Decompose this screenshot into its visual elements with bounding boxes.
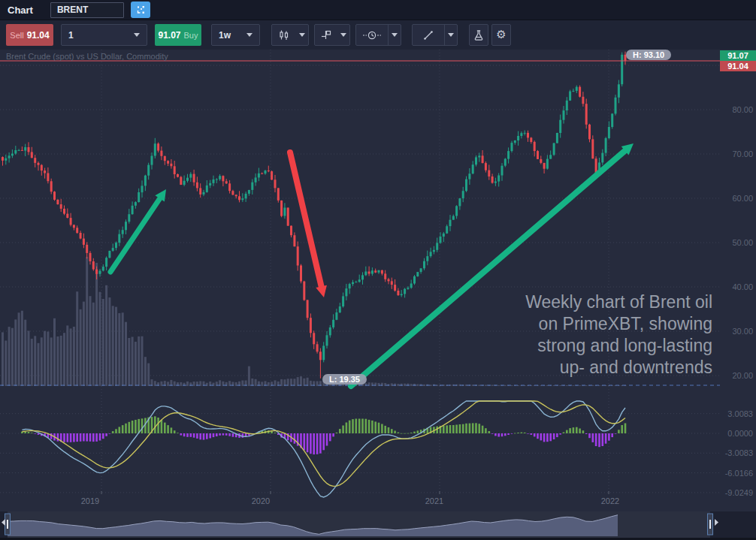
chevron-down-icon — [134, 33, 140, 37]
chevron-down-icon — [299, 33, 305, 37]
price-chart-canvas[interactable]: 2019202020212022 — [0, 50, 756, 511]
sell-price: 91.04 — [27, 30, 50, 41]
clock-icon — [356, 25, 388, 45]
macd-axis-tick-label: -3.0083 — [720, 448, 753, 457]
bid-price-badge: 91.04 — [720, 61, 756, 71]
navigator-canvas[interactable] — [0, 511, 756, 538]
macd-axis-tick-label: -6.0166 — [720, 469, 753, 478]
y-axis-tick-label: 40.00 — [720, 282, 753, 291]
chevron-down-icon — [340, 33, 346, 37]
high-price-badge: H: 93.10 — [626, 50, 671, 60]
y-axis-tick-label: 30.00 — [720, 327, 753, 336]
trading-terminal: Chart Sell 91.04 1 91.07 B — [0, 0, 756, 540]
chart-navigator — [0, 511, 756, 540]
y-axis-tick-label: 20.00 — [720, 371, 753, 380]
window-header: Chart — [0, 0, 756, 20]
trendline-icon — [413, 25, 444, 45]
chevron-down-icon — [392, 33, 398, 37]
page-title: Chart — [8, 5, 33, 16]
compare-button[interactable] — [131, 2, 150, 18]
y-axis-tick-label: 60.00 — [720, 194, 753, 203]
x-axis-label: 2019 — [81, 496, 99, 505]
macd-axis-tick-label: -9.0249 — [720, 488, 753, 497]
x-axis: 2019202020212022 — [81, 491, 619, 505]
sell-button[interactable]: Sell 91.04 — [6, 24, 53, 46]
toolbar: Sell 91.04 1 91.07 Buy 1w — [0, 20, 756, 50]
y-axis-tick-label: 50.00 — [720, 238, 753, 247]
symbol-input[interactable] — [50, 2, 124, 18]
chart-pane: 2019202020212022 Brent Crude (spot) vs U… — [0, 50, 756, 511]
chevron-down-icon — [448, 33, 454, 37]
annotation-line: strong and long-lasting — [525, 335, 712, 357]
drawing-tool-dropdown[interactable] — [412, 24, 458, 46]
indicators-button[interactable] — [469, 24, 488, 46]
buy-button[interactable]: 91.07 Buy — [155, 24, 201, 46]
macd-axis-tick-label: 0.0000 — [720, 429, 753, 438]
buy-label: Buy — [184, 31, 198, 40]
chart-title: Brent Crude (spot) vs US Dollar, Commodi… — [6, 52, 168, 61]
candlestick-icon — [272, 25, 295, 45]
macd-axis-tick-label: 3.0083 — [720, 409, 753, 418]
time-tool-dropdown[interactable] — [355, 24, 401, 46]
order-tag-dropdown[interactable] — [314, 24, 350, 46]
tag-icon — [315, 25, 337, 45]
timeframe-dropdown[interactable]: 1w — [211, 24, 260, 46]
settings-button[interactable]: ⚙ — [491, 24, 511, 46]
annotation-line: on PrimeXBT, showing — [525, 313, 712, 335]
quantity-dropdown[interactable]: 1 — [61, 24, 147, 46]
low-price-badge: L: 19.35 — [322, 374, 367, 385]
chevron-down-icon — [246, 33, 253, 37]
flask-icon — [473, 29, 485, 41]
sell-label: Sell — [10, 31, 23, 40]
annotation-line: up- and downtrends — [525, 357, 712, 379]
quantity-value: 1 — [68, 30, 74, 41]
y-axis-tick-label: 80.00 — [720, 105, 753, 114]
x-axis-label: 2021 — [425, 496, 443, 505]
gear-icon: ⚙ — [496, 29, 506, 41]
compare-icon — [135, 5, 146, 15]
macd-indicator — [21, 401, 626, 497]
ask-price-badge: 91.07 — [720, 50, 756, 61]
chart-annotation: Weekly chart of Brent oil on PrimeXBT, s… — [525, 291, 712, 379]
chart-type-dropdown[interactable] — [271, 24, 309, 46]
price-axis[interactable]: 91.07 91.04 80.0070.0060.0050.0040.0030.… — [720, 50, 756, 511]
buy-price: 91.07 — [159, 30, 181, 41]
timeframe-value: 1w — [219, 30, 231, 41]
y-axis-tick-label: 70.00 — [720, 149, 753, 158]
annotation-line: Weekly chart of Brent oil — [525, 291, 712, 313]
x-axis-label: 2020 — [252, 496, 270, 505]
x-axis-label: 2022 — [601, 496, 619, 505]
